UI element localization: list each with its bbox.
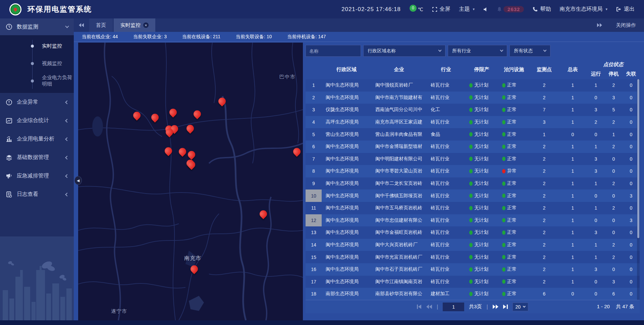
- region-cell: 阆中生态环境局: [322, 95, 371, 101]
- col-行政区域: 行政区域: [322, 60, 371, 79]
- first-page-button[interactable]: [417, 305, 422, 309]
- logout-button[interactable]: 退出: [616, 6, 635, 13]
- prev-page-button[interactable]: [426, 305, 432, 309]
- stop-count-cell: 2: [605, 205, 623, 211]
- stop-count-cell: 0: [605, 218, 623, 223]
- status-dot-icon: [502, 145, 505, 149]
- table-row[interactable]: 16阆中生态环境局阆中市石子页岩机砖厂砖瓦行业无计划正常21300: [306, 263, 640, 276]
- row-number-cell: 6: [306, 141, 322, 153]
- next-page-button[interactable]: [493, 305, 498, 309]
- log-icon: [5, 191, 13, 198]
- fullscreen-icon: [432, 7, 437, 12]
- sidebar-item-企业异常[interactable]: 企业异常: [0, 93, 74, 111]
- table-row[interactable]: 15阆中生态环境局阆中市光富页岩机砖厂砖瓦行业无计划正常21120: [306, 251, 640, 263]
- limit-status-cell: 无计划: [465, 119, 498, 125]
- gauge-icon: [5, 23, 13, 31]
- sidebar-item-日志查看[interactable]: 日志查看: [0, 185, 74, 204]
- table-row[interactable]: 3仪陇生态环境局西南油气田分公司川中化工无计划正常71350: [306, 104, 640, 116]
- table-row[interactable]: 13阆中生态环境局阆中市金福旺页岩机砖砖瓦行业无计划正常21300: [306, 226, 640, 239]
- name-search-input[interactable]: [306, 45, 361, 57]
- close-operations-button[interactable]: 关闭操作: [616, 22, 636, 29]
- scrollbar-thumb[interactable]: [637, 79, 639, 238]
- sidebar-subitem-实时监控[interactable]: 实时监控: [0, 37, 74, 55]
- help-button[interactable]: 帮助: [533, 6, 551, 13]
- sidebar-items: 企业异常企业综合统计企业用电量分析基础数据管理应急减排管理日志查看: [0, 93, 74, 204]
- company-cell: 营山县润丰肉食品有限: [371, 131, 427, 138]
- stat-当前失联设备: 当前失联设备: 10: [236, 34, 272, 40]
- table-row[interactable]: 4高坪生态环境局南充市高坪区王家店建砖瓦行业无计划正常31220: [306, 116, 640, 128]
- tabs-scroll-right-button[interactable]: [592, 23, 607, 27]
- limit-status-label: 无计划: [474, 131, 488, 138]
- region-cell: 阆中生态环境局: [322, 82, 371, 88]
- status-dot-icon: [469, 267, 473, 272]
- monitor-count-cell: 2: [530, 95, 558, 100]
- meter-count-cell: 0: [558, 291, 587, 296]
- monitor-count-cell: 2: [530, 193, 558, 199]
- facility-status-label: 正常: [507, 217, 517, 223]
- industry-select[interactable]: 所有行业: [448, 45, 507, 57]
- page-title: 环保用电监管系统: [28, 4, 92, 14]
- content-area: ◀: [74, 42, 644, 320]
- region-cell: 阆中生态环境局: [322, 156, 371, 162]
- sidebar-item-应急减排管理[interactable]: 应急减排管理: [0, 167, 74, 185]
- region-select[interactable]: 行政区域名称: [363, 45, 445, 57]
- region-cell: 高坪生态环境局: [322, 119, 371, 125]
- sidebar-subitem-企业电力负荷明细[interactable]: 企业电力负荷明细: [0, 72, 74, 90]
- org-dropdown[interactable]: 南充市生态环境局▾: [559, 6, 607, 13]
- sidebar-decoration: [0, 236, 74, 320]
- theme-dropdown[interactable]: 主题▾: [459, 6, 475, 13]
- monitor-count-cell: 2: [530, 218, 558, 223]
- stop-count-cell: 0: [605, 156, 623, 162]
- temperature-widget: 0 ℃: [410, 7, 423, 12]
- sidebar-section-data-monitoring[interactable]: 数据监测: [0, 18, 74, 35]
- last-page-button[interactable]: [503, 305, 508, 309]
- table-row[interactable]: 2阆中生态环境局阆中市南方节能建材有砖瓦行业无计划正常21030: [306, 92, 640, 104]
- row-number-cell: 12: [306, 214, 322, 227]
- table-row[interactable]: 17阆中生态环境局阆中市江南镇阆南页岩砖瓦行业无计划正常21030: [306, 276, 640, 288]
- sidebar-item-企业用电量分析[interactable]: 企业用电量分析: [0, 130, 74, 148]
- company-cell: 南部县砂华页岩有限公: [371, 291, 427, 297]
- monitor-count-cell: 2: [530, 255, 558, 260]
- phone-icon: [533, 7, 538, 12]
- status-dot-icon: [502, 230, 505, 235]
- sound-button[interactable]: [483, 7, 488, 12]
- company-cell: 阆中市南方节能建材有: [371, 95, 427, 101]
- limit-status-cell: 无计划: [465, 82, 498, 88]
- tabs-scroll-left-button[interactable]: [74, 18, 89, 32]
- page-number-input[interactable]: [443, 303, 464, 311]
- limit-status-label: 无计划: [474, 168, 488, 174]
- page-size-select[interactable]: 20: [513, 303, 529, 311]
- table-row[interactable]: 7阆中生态环境局阆中明阳建材有限公司砖瓦行业无计划正常21300: [306, 153, 640, 165]
- tab-实时监控[interactable]: 实时监控✕: [114, 18, 155, 32]
- table-row[interactable]: 9阆中生态环境局阆中市二龙长宝页岩砖砖瓦行业无计划正常21120: [306, 177, 640, 190]
- table-row[interactable]: 12阆中生态环境局阆中市忠信建材有限公砖瓦行业无计划正常21003: [306, 214, 640, 227]
- company-cell: 阆中千佛镇五郎垭页岩: [371, 193, 427, 199]
- sidebar-item-基础数据管理[interactable]: 基础数据管理: [0, 148, 74, 167]
- table-row[interactable]: 6阆中生态环境局阆中市金博瑞新型墙材砖瓦行业无计划正常21120: [306, 141, 640, 153]
- status-dot-icon: [502, 132, 505, 137]
- table-row[interactable]: 1阆中生态环境局阆中强锐页岩砖厂砖瓦行业无计划正常21120: [306, 79, 640, 92]
- megaphone-icon: [5, 172, 13, 180]
- table-row[interactable]: 18南部生态环境局南部县砂华页岩有限公建材加工无计划正常60060: [306, 288, 640, 300]
- table-scrollbar[interactable]: [637, 79, 640, 300]
- map-canvas[interactable]: [78, 43, 303, 320]
- fullscreen-button[interactable]: 全屏: [432, 6, 450, 13]
- table-row[interactable]: 10阆中生态环境局阆中千佛镇五郎垭页岩砖瓦行业无计划正常21003: [306, 189, 640, 202]
- status-select[interactable]: 所有状态: [509, 45, 550, 57]
- table-row[interactable]: 14阆中生态环境局阆中大兴页岩机砖厂砖瓦行业无计划正常21120: [306, 239, 640, 251]
- industry-cell: 砖瓦行业: [427, 180, 465, 186]
- sidebar-collapse-toggle[interactable]: ◀: [74, 176, 82, 185]
- table-row[interactable]: 8阆中生态环境局阆中市枣碧大梁山页岩砖瓦行业无计划异常21300: [306, 165, 640, 177]
- table-row[interactable]: 11阆中生态环境局阆中市五马桥页岩机砖砖瓦行业无计划正常21120: [306, 202, 640, 214]
- notification-widget[interactable]: 2632: [497, 6, 524, 12]
- table-row[interactable]: 5营山生态环境局营山县润丰肉食品有限食品无计划正常10010: [306, 128, 640, 141]
- stop-count-cell: 0: [605, 230, 623, 235]
- tab-首页[interactable]: 首页: [89, 18, 113, 32]
- industry-cell: 砖瓦行业: [427, 119, 465, 125]
- sidebar-subitem-视频监控[interactable]: 视频监控: [0, 55, 74, 72]
- col-group-point-status: 点位状态: [587, 60, 640, 68]
- sidebar-item-企业综合统计[interactable]: 企业综合统计: [0, 111, 74, 130]
- status-dot-icon: [502, 292, 505, 296]
- limit-status-label: 无计划: [474, 254, 488, 260]
- tab-close-icon[interactable]: ✕: [143, 22, 149, 28]
